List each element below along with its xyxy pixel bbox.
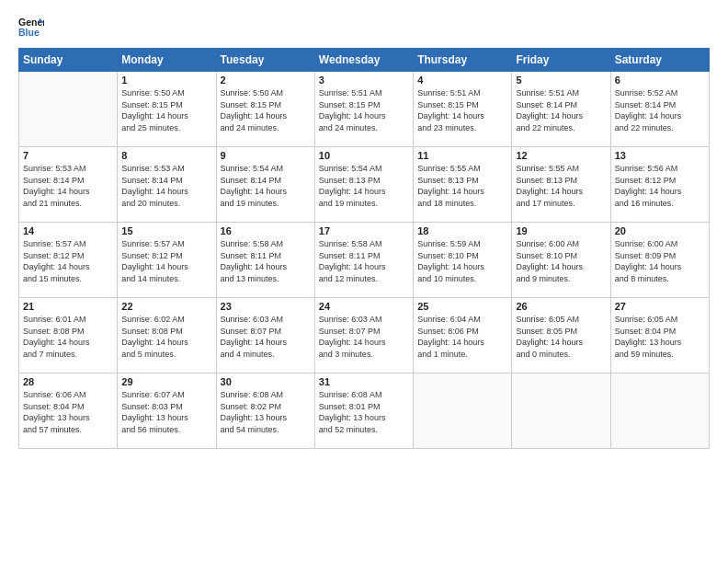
cell-info: Sunrise: 5:57 AM Sunset: 8:12 PM Dayligh… — [121, 238, 211, 284]
cell-info: Sunrise: 6:08 AM Sunset: 8:02 PM Dayligh… — [221, 389, 311, 435]
calendar-cell: 9Sunrise: 5:54 AM Sunset: 8:14 PM Daylig… — [216, 147, 314, 223]
day-number: 9 — [221, 150, 311, 161]
calendar-cell: 10Sunrise: 5:54 AM Sunset: 8:13 PM Dayli… — [314, 147, 413, 223]
calendar-cell: 11Sunrise: 5:55 AM Sunset: 8:13 PM Dayli… — [414, 147, 512, 223]
day-number: 27 — [615, 301, 705, 312]
cell-info: Sunrise: 5:51 AM Sunset: 8:14 PM Dayligh… — [516, 87, 606, 133]
logo: General Blue — [18, 15, 48, 40]
cell-info: Sunrise: 5:55 AM Sunset: 8:13 PM Dayligh… — [417, 163, 507, 209]
calendar-cell: 23Sunrise: 6:03 AM Sunset: 8:07 PM Dayli… — [216, 298, 314, 373]
weekday-header-row: SundayMondayTuesdayWednesdayThursdayFrid… — [19, 49, 710, 72]
calendar-cell: 2Sunrise: 5:50 AM Sunset: 8:15 PM Daylig… — [216, 72, 314, 147]
calendar-cell: 25Sunrise: 6:04 AM Sunset: 8:06 PM Dayli… — [414, 298, 512, 373]
day-number: 15 — [121, 225, 211, 236]
day-number: 4 — [417, 75, 507, 86]
calendar-cell: 26Sunrise: 6:05 AM Sunset: 8:05 PM Dayli… — [512, 298, 610, 373]
cell-info: Sunrise: 5:58 AM Sunset: 8:11 PM Dayligh… — [221, 238, 311, 284]
week-row-4: 21Sunrise: 6:01 AM Sunset: 8:08 PM Dayli… — [19, 298, 710, 373]
calendar-cell: 12Sunrise: 5:55 AM Sunset: 8:13 PM Dayli… — [512, 147, 610, 223]
day-number: 21 — [23, 301, 113, 312]
calendar-cell — [610, 373, 709, 449]
day-number: 26 — [516, 301, 606, 312]
day-number: 8 — [121, 150, 211, 161]
cell-info: Sunrise: 5:53 AM Sunset: 8:14 PM Dayligh… — [23, 163, 113, 209]
day-number: 28 — [23, 376, 113, 387]
weekday-sunday: Sunday — [19, 49, 118, 72]
day-number: 30 — [221, 376, 311, 387]
calendar-cell — [512, 373, 610, 449]
logo-icon: General Blue — [18, 15, 44, 40]
week-row-5: 28Sunrise: 6:06 AM Sunset: 8:04 PM Dayli… — [19, 373, 710, 449]
cell-info: Sunrise: 6:00 AM Sunset: 8:09 PM Dayligh… — [615, 238, 705, 284]
cell-info: Sunrise: 5:50 AM Sunset: 8:15 PM Dayligh… — [121, 87, 211, 133]
cell-info: Sunrise: 6:05 AM Sunset: 8:04 PM Dayligh… — [615, 314, 705, 360]
day-number: 25 — [417, 301, 507, 312]
calendar-cell: 27Sunrise: 6:05 AM Sunset: 8:04 PM Dayli… — [610, 298, 709, 373]
cell-info: Sunrise: 6:05 AM Sunset: 8:05 PM Dayligh… — [516, 314, 606, 360]
cell-info: Sunrise: 5:54 AM Sunset: 8:14 PM Dayligh… — [221, 163, 311, 209]
calendar-cell: 16Sunrise: 5:58 AM Sunset: 8:11 PM Dayli… — [216, 223, 314, 298]
calendar-cell: 20Sunrise: 6:00 AM Sunset: 8:09 PM Dayli… — [610, 223, 709, 298]
day-number: 10 — [319, 150, 409, 161]
calendar-cell: 29Sunrise: 6:07 AM Sunset: 8:03 PM Dayli… — [118, 373, 216, 449]
cell-info: Sunrise: 6:02 AM Sunset: 8:08 PM Dayligh… — [121, 314, 211, 360]
cell-info: Sunrise: 5:56 AM Sunset: 8:12 PM Dayligh… — [615, 163, 705, 209]
calendar-cell: 24Sunrise: 6:03 AM Sunset: 8:07 PM Dayli… — [314, 298, 413, 373]
cell-info: Sunrise: 5:51 AM Sunset: 8:15 PM Dayligh… — [417, 87, 507, 133]
day-number: 11 — [417, 150, 507, 161]
day-number: 14 — [23, 225, 113, 236]
calendar-cell: 3Sunrise: 5:51 AM Sunset: 8:15 PM Daylig… — [314, 72, 413, 147]
day-number: 5 — [516, 75, 606, 86]
day-number: 19 — [516, 225, 606, 236]
cell-info: Sunrise: 5:55 AM Sunset: 8:13 PM Dayligh… — [516, 163, 606, 209]
calendar-cell: 14Sunrise: 5:57 AM Sunset: 8:12 PM Dayli… — [19, 223, 118, 298]
day-number: 29 — [121, 376, 211, 387]
calendar-cell: 6Sunrise: 5:52 AM Sunset: 8:14 PM Daylig… — [610, 72, 709, 147]
cell-info: Sunrise: 5:51 AM Sunset: 8:15 PM Dayligh… — [319, 87, 409, 133]
calendar-cell: 7Sunrise: 5:53 AM Sunset: 8:14 PM Daylig… — [19, 147, 118, 223]
day-number: 2 — [221, 75, 311, 86]
cell-info: Sunrise: 6:03 AM Sunset: 8:07 PM Dayligh… — [319, 314, 409, 360]
calendar-cell: 17Sunrise: 5:58 AM Sunset: 8:11 PM Dayli… — [314, 223, 413, 298]
day-number: 20 — [615, 225, 705, 236]
week-row-2: 7Sunrise: 5:53 AM Sunset: 8:14 PM Daylig… — [19, 147, 710, 223]
cell-info: Sunrise: 5:50 AM Sunset: 8:15 PM Dayligh… — [221, 87, 311, 133]
cell-info: Sunrise: 6:07 AM Sunset: 8:03 PM Dayligh… — [121, 389, 211, 435]
calendar-cell: 28Sunrise: 6:06 AM Sunset: 8:04 PM Dayli… — [19, 373, 118, 449]
cell-info: Sunrise: 6:06 AM Sunset: 8:04 PM Dayligh… — [23, 389, 113, 435]
day-number: 3 — [319, 75, 409, 86]
cell-info: Sunrise: 5:54 AM Sunset: 8:13 PM Dayligh… — [319, 163, 409, 209]
calendar-cell: 19Sunrise: 6:00 AM Sunset: 8:10 PM Dayli… — [512, 223, 610, 298]
calendar-cell: 5Sunrise: 5:51 AM Sunset: 8:14 PM Daylig… — [512, 72, 610, 147]
calendar-cell: 31Sunrise: 6:08 AM Sunset: 8:01 PM Dayli… — [314, 373, 413, 449]
calendar-cell: 15Sunrise: 5:57 AM Sunset: 8:12 PM Dayli… — [118, 223, 216, 298]
calendar-cell: 8Sunrise: 5:53 AM Sunset: 8:14 PM Daylig… — [118, 147, 216, 223]
cell-info: Sunrise: 6:00 AM Sunset: 8:10 PM Dayligh… — [516, 238, 606, 284]
calendar-cell: 21Sunrise: 6:01 AM Sunset: 8:08 PM Dayli… — [19, 298, 118, 373]
calendar-table: SundayMondayTuesdayWednesdayThursdayFrid… — [18, 48, 710, 449]
calendar-cell: 22Sunrise: 6:02 AM Sunset: 8:08 PM Dayli… — [118, 298, 216, 373]
cell-info: Sunrise: 5:52 AM Sunset: 8:14 PM Dayligh… — [615, 87, 705, 133]
cell-info: Sunrise: 6:04 AM Sunset: 8:06 PM Dayligh… — [417, 314, 507, 360]
weekday-tuesday: Tuesday — [216, 49, 314, 72]
day-number: 12 — [516, 150, 606, 161]
calendar-cell: 13Sunrise: 5:56 AM Sunset: 8:12 PM Dayli… — [610, 147, 709, 223]
calendar-cell — [414, 373, 512, 449]
header: General Blue — [18, 15, 710, 40]
weekday-saturday: Saturday — [610, 49, 709, 72]
cell-info: Sunrise: 5:59 AM Sunset: 8:10 PM Dayligh… — [417, 238, 507, 284]
day-number: 24 — [319, 301, 409, 312]
week-row-3: 14Sunrise: 5:57 AM Sunset: 8:12 PM Dayli… — [19, 223, 710, 298]
calendar-cell — [19, 72, 118, 147]
week-row-1: 1Sunrise: 5:50 AM Sunset: 8:15 PM Daylig… — [19, 72, 710, 147]
day-number: 16 — [221, 225, 311, 236]
calendar-cell: 18Sunrise: 5:59 AM Sunset: 8:10 PM Dayli… — [414, 223, 512, 298]
day-number: 6 — [615, 75, 705, 86]
day-number: 23 — [221, 301, 311, 312]
cell-info: Sunrise: 5:57 AM Sunset: 8:12 PM Dayligh… — [23, 238, 113, 284]
cell-info: Sunrise: 6:08 AM Sunset: 8:01 PM Dayligh… — [319, 389, 409, 435]
cell-info: Sunrise: 5:58 AM Sunset: 8:11 PM Dayligh… — [319, 238, 409, 284]
day-number: 18 — [417, 225, 507, 236]
weekday-monday: Monday — [118, 49, 216, 72]
calendar-cell: 30Sunrise: 6:08 AM Sunset: 8:02 PM Dayli… — [216, 373, 314, 449]
